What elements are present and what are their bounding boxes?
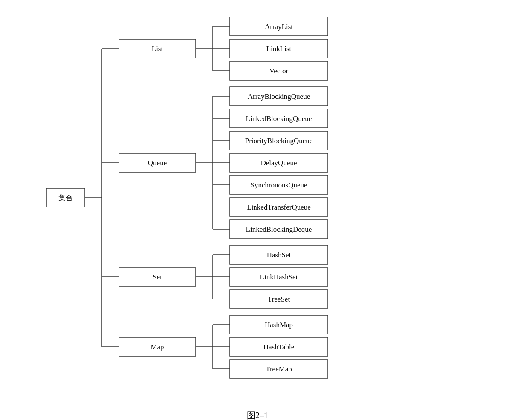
svg-text:Queue: Queue xyxy=(148,159,167,167)
svg-text:List: List xyxy=(152,45,163,53)
svg-text:SynchronousQueue: SynchronousQueue xyxy=(250,181,307,189)
svg-text:Vector: Vector xyxy=(269,67,289,75)
svg-text:PriorityBlockingQueue: PriorityBlockingQueue xyxy=(245,137,313,145)
svg-text:Set: Set xyxy=(153,273,162,281)
svg-text:HashSet: HashSet xyxy=(267,251,291,259)
svg-text:DelayQueue: DelayQueue xyxy=(261,159,297,167)
svg-text:HashTable: HashTable xyxy=(263,343,294,351)
svg-text:LinkedBlockingDeque: LinkedBlockingDeque xyxy=(246,225,312,233)
svg-text:TreeSet: TreeSet xyxy=(268,295,290,303)
diagram-wrapper: ListArrayListLinkListVectorQueueArrayBlo… xyxy=(25,0,490,420)
svg-text:Map: Map xyxy=(150,343,164,351)
svg-text:ArrayList: ArrayList xyxy=(265,23,293,31)
svg-text:HashMap: HashMap xyxy=(265,321,293,329)
svg-text:LinkedBlockingQueue: LinkedBlockingQueue xyxy=(246,115,312,123)
svg-text:LinkHashSet: LinkHashSet xyxy=(260,273,298,281)
svg-text:LinkedTransferQueue: LinkedTransferQueue xyxy=(247,203,311,211)
svg-text:LinkList: LinkList xyxy=(266,45,292,53)
svg-text:集合: 集合 xyxy=(58,194,73,202)
tree-svg-container: ListArrayListLinkListVectorQueueArrayBlo… xyxy=(34,9,481,397)
caption: 图2–1 xyxy=(247,410,268,420)
svg-text:ArrayBlockingQueue: ArrayBlockingQueue xyxy=(248,92,310,101)
svg-text:TreeMap: TreeMap xyxy=(266,365,292,373)
